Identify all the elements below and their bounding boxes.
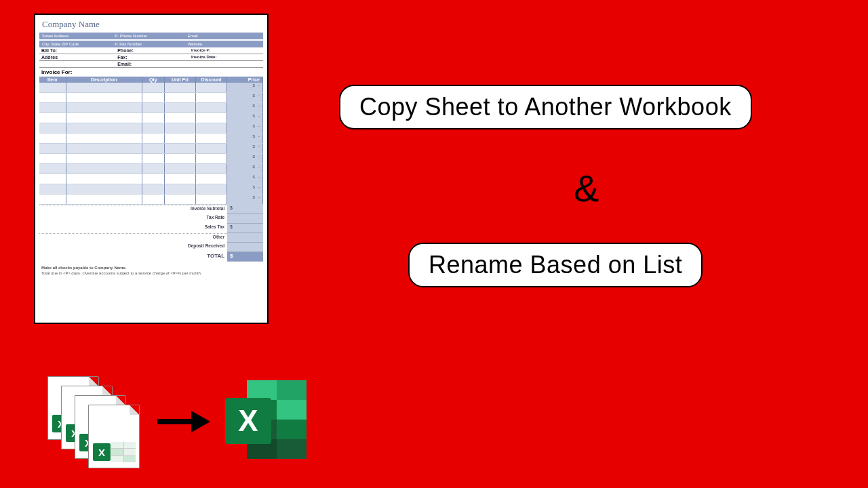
invoice-footer: Make all checks payable to Company Name.… (39, 264, 263, 278)
table-row: $ - (39, 134, 263, 144)
table-row: $ - (39, 93, 263, 103)
table-row: $ - (39, 195, 263, 205)
title-pill-2: Rename Based on List (408, 243, 703, 287)
header-bar-1: Street AddressP: Phone NumberEmail (39, 33, 263, 39)
total-row: TOTAL$ (39, 252, 263, 262)
table-row: $ - (39, 174, 263, 184)
table-row: $ - (39, 103, 263, 113)
table-row: $ - (39, 164, 263, 174)
title-pill-1: Copy Sheet to Another Workbook (339, 85, 752, 129)
subtotal-row: Invoice Subtotal$ (39, 205, 263, 214)
other-row: Other (39, 233, 263, 243)
bill-to-row: Bill To: Phone: Invoice #: (39, 47, 263, 54)
invoice-for-label: Invoice For: (39, 68, 263, 77)
invoice-template-thumbnail: Company Name Street AddressP: Phone Numb… (34, 14, 269, 324)
table-row: $ - (39, 123, 263, 134)
table-row: $ - (39, 184, 263, 195)
ampersand: & (574, 166, 599, 210)
excel-logo-icon: X (220, 376, 311, 464)
table-row: $ - (39, 83, 263, 93)
deposit-row: Deposit Received (39, 243, 263, 252)
address-row: Addres Fax: Invoice Date: (39, 54, 263, 61)
arrow-icon (157, 413, 212, 430)
email-row: Email: (39, 61, 263, 68)
table-row: $ - (39, 144, 263, 154)
salestax-row: Sales Tax$ (39, 224, 263, 233)
table-row: $ - (39, 113, 263, 123)
company-name: Company Name (39, 18, 263, 31)
sheet-stack-icon: X X X X (47, 376, 146, 464)
taxrate-row: Tax Rate (39, 214, 263, 224)
header-bar-2: City, State ZIP CodeF: Fax NumberWebsite (39, 41, 263, 47)
table-row: $ - (39, 154, 263, 164)
table-header: Item Description Qty Unit Pri Discount P… (39, 77, 263, 83)
